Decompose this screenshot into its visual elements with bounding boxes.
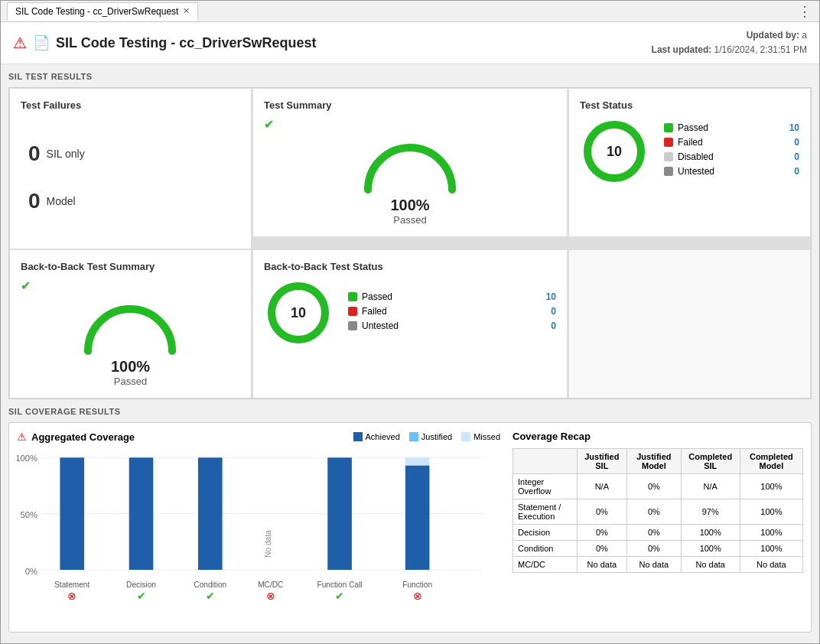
sil-only-count: 0 (28, 141, 41, 166)
legend-achieved: Achieved (353, 432, 400, 441)
y-50-label: 50% (21, 511, 38, 520)
recap-label-condition: Condition (513, 541, 578, 557)
test-failures-title: Test Failures (21, 99, 240, 111)
bar-mcdc-label: MC/DC (258, 581, 283, 589)
btb-passed: Passed 10 (348, 291, 556, 302)
recap-cond-completed-model: 100% (740, 541, 802, 557)
recap-mcdc-justified-model: No data (627, 557, 682, 573)
recap-int-justified-model: 0% (627, 474, 682, 499)
recap-col-completed-sil: Completed SIL (681, 449, 740, 474)
sil-only-label: SIL only (47, 148, 85, 160)
title-bar: SIL Code Testing - cc_DriverSwRequest ✕ … (1, 1, 819, 22)
recap-cond-justified-sil: 0% (577, 541, 626, 557)
recap-mcdc-completed-sil: No data (681, 557, 740, 573)
test-status-cell: Test Status 10 (568, 88, 811, 237)
sil-test-results-label: SIL TEST RESULTS (8, 72, 812, 81)
status-failed: Failed 0 (664, 137, 799, 148)
bar-condition-icon: ✔ (206, 591, 215, 603)
menu-dots-icon[interactable]: ⋮ (798, 3, 813, 20)
disabled-count: 0 (794, 151, 799, 162)
test-status-donut: 10 (580, 117, 649, 186)
bar-chart-svg: 100% 50% 0% Statement ⊗ (17, 449, 500, 622)
btb-passed-dot (348, 292, 357, 301)
failed-label: Failed (678, 137, 703, 148)
untested-dot (664, 167, 673, 176)
close-tab-button[interactable]: ✕ (183, 6, 190, 16)
recap-cond-justified-model: 0% (627, 541, 682, 557)
recap-int-completed-sil: N/A (681, 474, 740, 499)
btb-summary-title: Back-to-Back Test Summary (21, 261, 240, 272)
bar-funcall-achieved (327, 458, 352, 571)
legend-justified-label: Justified (421, 432, 452, 441)
btb-status-cell: Back-to-Back Test Status 10 (252, 249, 568, 398)
passed-label: Passed (678, 122, 708, 133)
aggregated-coverage-title: Aggregated Coverage (31, 431, 135, 443)
legend-missed-box (461, 432, 470, 441)
recap-area: Coverage Recap Justified SIL Justified M… (512, 431, 803, 624)
recap-title: Coverage Recap (512, 431, 803, 442)
test-summary-title: Test Summary (264, 99, 556, 111)
test-status-list: Passed 10 Failed 0 Dis (664, 122, 799, 181)
bar-mcdc-nodata: No data (264, 530, 272, 558)
recap-header-row: Justified SIL Justified Model Completed … (513, 449, 803, 474)
bar-decision-label: Decision (126, 581, 156, 589)
sil-only-failure: 0 SIL only (28, 141, 233, 166)
btb-status-title: Back-to-Back Test Status (264, 261, 556, 272)
btb-untested: Untested 0 (348, 320, 556, 331)
header-meta: Updated by: a Last updated: 1/16/2024, 2… (652, 28, 807, 57)
page-title: SIL Code Testing - cc_DriverSwRequest (56, 35, 316, 51)
recap-row-integer-overflow: Integer Overflow N/A 0% N/A 100% (513, 474, 803, 499)
btb-passed-label: Passed (362, 291, 392, 302)
bar-statement-label: Statement (54, 581, 89, 589)
recap-col-justified-sil: Justified SIL (577, 449, 626, 474)
main-content: SIL TEST RESULTS Test Summary ✔ (1, 64, 819, 640)
bar-decision-icon: ✔ (137, 591, 146, 603)
recap-row-statement: Statement / Execution 0% 0% 97% 100% (513, 499, 803, 525)
recap-dec-justified-model: 0% (627, 525, 682, 541)
status-passed: Passed 10 (664, 122, 799, 133)
bar-statement-achieved (60, 458, 84, 571)
test-failures-content: 0 SIL only 0 Model (21, 117, 240, 238)
btb-passed-count: 10 (546, 291, 556, 302)
recap-col-justified-model: Justified Model (627, 449, 682, 474)
title-tab[interactable]: SIL Code Testing - cc_DriverSwRequest ✕ (7, 2, 198, 21)
bar-condition-achieved (198, 458, 223, 571)
sil-coverage-label: SIL COVERAGE RESULTS (8, 407, 812, 416)
recap-body: Integer Overflow N/A 0% N/A 100% Stateme… (513, 474, 803, 573)
btb-summary-gauge: 100% Passed (21, 298, 240, 387)
bar-function-achieved (405, 466, 430, 571)
recap-int-completed-model: 100% (740, 474, 802, 499)
last-updated: Last updated: 1/16/2024, 2:31:51 PM (652, 43, 807, 57)
recap-cond-completed-sil: 100% (681, 541, 740, 557)
test-status-total: 10 (607, 144, 622, 160)
grid-top-row: Test Summary ✔ 100% Passed (9, 88, 811, 249)
document-icon: 📄 (33, 34, 50, 51)
sil-coverage-section: SIL COVERAGE RESULTS ⚠ Aggregated Covera… (8, 407, 812, 633)
y-100-label: 100% (17, 454, 37, 463)
failed-dot (664, 138, 673, 147)
passed-count: 10 (789, 122, 799, 133)
header-title-area: ⚠ 📄 SIL Code Testing - cc_DriverSwReques… (13, 34, 316, 52)
legend-missed-label: Missed (473, 432, 500, 441)
empty-cell-bot-right (568, 249, 811, 398)
btb-status-inner: 10 Passed 10 Failed (264, 278, 556, 347)
grid-bot-row: Back-to-Back Test Summary ✔ 100% Passed (9, 249, 811, 398)
btb-untested-dot (348, 321, 357, 330)
legend-justified-box (409, 432, 418, 441)
sil-test-results-section: SIL TEST RESULTS Test Summary ✔ (8, 72, 812, 399)
model-count: 0 (28, 189, 41, 213)
legend-achieved-label: Achieved (366, 432, 400, 441)
test-summary-pct: 100% (390, 197, 429, 214)
updated-by: Updated by: a (652, 28, 807, 43)
recap-stmt-justified-sil: 0% (577, 499, 626, 525)
tab-label: SIL Code Testing - cc_DriverSwRequest (15, 6, 178, 17)
btb-failed-count: 0 (551, 306, 556, 317)
recap-dec-completed-model: 100% (740, 525, 802, 541)
disabled-dot (664, 152, 673, 161)
bar-funcall-label: Function Call (317, 581, 362, 589)
untested-count: 0 (794, 166, 799, 177)
main-window: SIL Code Testing - cc_DriverSwRequest ✕ … (0, 0, 820, 644)
test-summary-gauge: 100% Passed (264, 136, 556, 226)
btb-donut: 10 (264, 278, 333, 347)
test-summary-check-icon: ✔ (264, 117, 556, 132)
